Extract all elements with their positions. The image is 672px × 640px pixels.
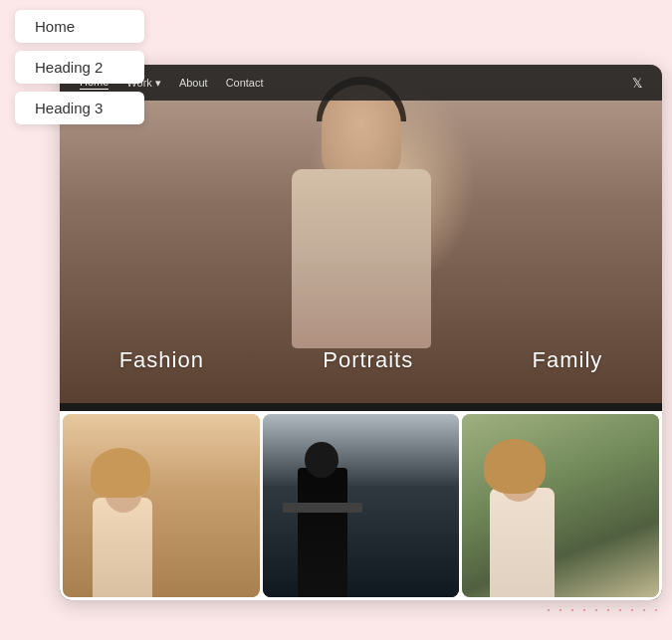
hero-category-family[interactable]: Family (533, 347, 603, 373)
hero-category-portraits[interactable]: Portraits (323, 347, 413, 373)
heading-1-option[interactable]: Home (15, 10, 144, 43)
heading-options-panel: Home Heading 2 Heading 3 (15, 10, 144, 124)
nav-bar: Home Work ▾ About Contact 𝕏 (60, 65, 662, 101)
heading-3-label: Heading 3 (35, 100, 103, 116)
heading-2-option[interactable]: Heading 2 (15, 51, 144, 84)
nav-about[interactable]: About (179, 77, 208, 89)
nav-contact[interactable]: Contact (226, 77, 264, 89)
website-mockup: Home Work ▾ About Contact 𝕏 Fashion Port… (60, 65, 662, 600)
heading-2-label: Heading 2 (35, 59, 103, 76)
heading-3-option[interactable]: Heading 3 (15, 92, 144, 124)
hero-text-overlay: Fashion Portraits Family (60, 347, 662, 373)
figure-body (292, 169, 431, 348)
grid-photo-1[interactable] (63, 414, 260, 597)
grid-photo-3[interactable] (462, 414, 659, 597)
hero-section: Fashion Portraits Family (60, 65, 662, 403)
photo-grid (60, 411, 662, 600)
hero-category-fashion[interactable]: Fashion (119, 347, 204, 373)
twitter-icon[interactable]: 𝕏 (632, 76, 642, 91)
grid-photo-2[interactable] (263, 414, 460, 597)
nav-work-dropdown-icon: ▾ (155, 77, 161, 89)
hero-model-figure (262, 85, 461, 363)
